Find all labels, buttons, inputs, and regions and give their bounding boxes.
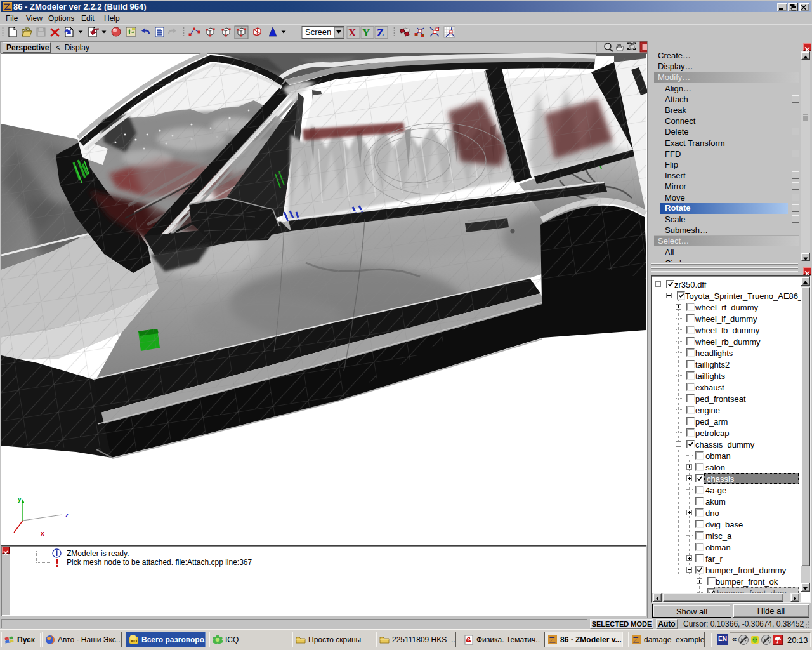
svg-text:x: x: [41, 530, 44, 537]
svg-text:Y: Y: [362, 27, 370, 39]
svg-text:Screen: Screen: [305, 27, 331, 37]
svg-text:X: X: [348, 27, 357, 39]
svg-text:z: z: [65, 512, 69, 519]
svg-text:y: y: [18, 496, 22, 503]
svg-text:Z: Z: [377, 27, 384, 39]
